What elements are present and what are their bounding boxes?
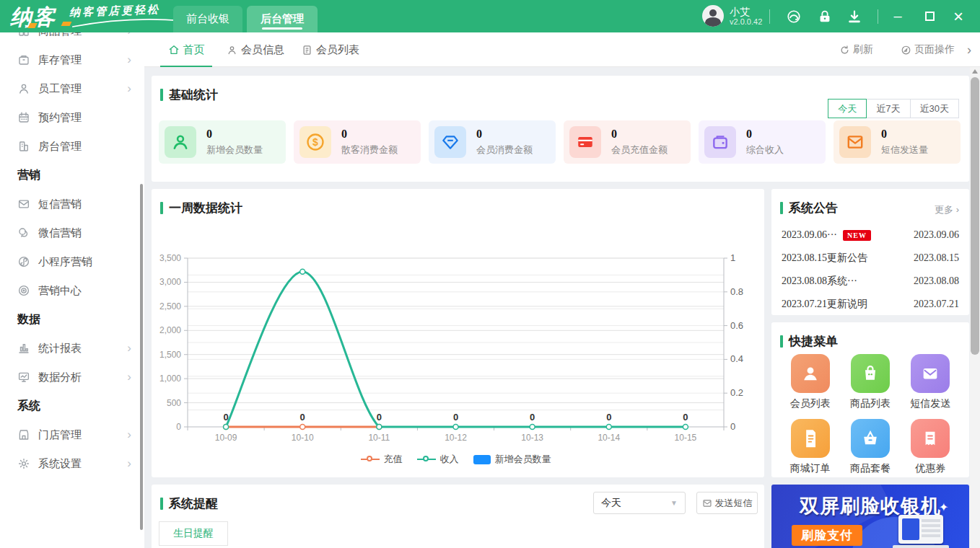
quick-mall-orders[interactable]: 商城订单 (780, 419, 840, 475)
download-icon[interactable] (846, 9, 862, 25)
calendar-icon (17, 111, 30, 124)
sidebar-item-goods[interactable]: 商品管理 › (0, 32, 144, 45)
svg-text:10-15: 10-15 (675, 433, 697, 443)
sidebar-item-marketing-center[interactable]: 营销中心 (0, 276, 144, 305)
svg-text:0: 0 (223, 412, 228, 423)
stat-card-total-income: 0 综合收入 (699, 120, 826, 164)
stat-value: 0 (881, 128, 928, 141)
sidebar-item-wechat-marketing[interactable]: 微信营销 (0, 218, 144, 247)
stat-label: 会员消费金额 (476, 143, 533, 156)
scroll-up-arrow[interactable] (972, 69, 978, 74)
reminders-panel: 系统提醒 今天 ▼ 发送短信 生日提醒 (152, 485, 764, 548)
sidebar-section-marketing: 营销 (0, 161, 144, 190)
stat-value: 0 (746, 128, 784, 141)
announcements-panel: 系统公告 更多 › 2023.09.06··· NEW 2023.09.06 2… (771, 189, 969, 315)
new-badge: NEW (843, 230, 871, 241)
monitor-chart-icon (17, 371, 30, 384)
slogan-swoosh-icon (69, 17, 185, 30)
envelope-icon (17, 198, 30, 211)
sidebar-item-inventory[interactable]: 库存管理 › (0, 45, 144, 74)
stat-label: 会员充值金额 (611, 143, 668, 156)
refresh-button[interactable]: 刷新 (839, 32, 873, 67)
order-icon (791, 419, 830, 458)
goods-icon (17, 32, 30, 37)
sidebar-item-sms-marketing[interactable]: 短信营销 (0, 190, 144, 218)
quick-member-list[interactable]: 会员列表 (780, 354, 840, 410)
back-admin-button[interactable]: 后台管理 (247, 6, 318, 32)
more-link[interactable]: 更多 › (935, 203, 959, 216)
svg-text:0: 0 (453, 412, 458, 423)
chevron-right-icon: › (127, 428, 131, 442)
stat-cards: 0 新增会员数量 $ 0 散客消费金额 0 会员消费金 (159, 120, 961, 164)
sidebar-scrollbar[interactable] (140, 184, 143, 530)
inventory-icon (17, 53, 30, 66)
sidebar-item-booking[interactable]: 预约管理 (0, 103, 144, 132)
reminders-title: 系统提醒 (169, 495, 218, 512)
svg-text:10-10: 10-10 (292, 433, 314, 443)
stat-card-recharge: 0 会员充值金额 (564, 120, 691, 164)
announcement-row[interactable]: 2023.08.15更新公告 2023.08.15 (771, 247, 969, 270)
filter-today[interactable]: 今天 (828, 99, 867, 118)
announcement-row[interactable]: 2023.07.21更新说明 2023.07.21 (771, 293, 969, 316)
page-scrollbar[interactable] (970, 67, 980, 548)
window-minimize-button[interactable]: – (883, 0, 912, 32)
collapse-arrow[interactable]: › (967, 32, 971, 67)
tab-member-list[interactable]: 会员列表 (297, 32, 364, 67)
quick-menu-panel: 快捷菜单 会员列表 商品列表 短信发送 (771, 322, 969, 477)
app-version: v2.0.0.42 (730, 17, 762, 27)
sidebar-item-stores[interactable]: 门店管理 › (0, 420, 144, 449)
announcement-row[interactable]: 2023.09.06··· NEW 2023.09.06 (771, 224, 969, 247)
birthday-reminder-tab[interactable]: 生日提醒 (159, 521, 228, 546)
reminder-date-select[interactable]: 今天 ▼ (593, 492, 686, 514)
sidebar-item-staff[interactable]: 员工管理 › (0, 74, 144, 103)
tab-member-info[interactable]: 会员信息 (222, 32, 289, 67)
sidebar-item-miniprogram-marketing[interactable]: 小程序营销 (0, 247, 144, 276)
announcement-row[interactable]: 2023.08.08系统··· 2023.08.08 (771, 270, 969, 293)
weekly-chart-title: 一周数据统计 (169, 200, 242, 216)
svg-text:3,000: 3,000 (159, 277, 181, 287)
legend-label: 收入 (440, 453, 459, 466)
sidebar-item-rooms[interactable]: 房台管理 (0, 132, 144, 161)
send-sms-button[interactable]: 发送短信 (696, 492, 758, 514)
basic-stats-panel: 基础统计 今天 近7天 近30天 0 新增会员数量 $ (152, 76, 969, 182)
refresh-icon (839, 45, 850, 56)
tab-home[interactable]: 首页 (160, 32, 212, 67)
support-icon[interactable] (786, 9, 802, 25)
filter-30days[interactable]: 近30天 (910, 99, 959, 118)
sidebar-item-reports[interactable]: 统计报表 › (0, 334, 144, 363)
scrollbar-thumb[interactable] (971, 77, 979, 355)
section-accent-bar (160, 498, 163, 510)
legend-item[interactable]: 新增会员数量 (473, 453, 551, 466)
chevron-down-icon: ▼ (670, 499, 678, 507)
lock-icon[interactable] (817, 9, 833, 25)
quick-goods-package[interactable]: 商品套餐 (840, 419, 900, 475)
basic-stats-title: 基础统计 (169, 87, 218, 103)
user-account[interactable]: 小艾 v2.0.0.42 (702, 5, 762, 27)
stat-card-member-spend: 0 会员消费金额 (429, 120, 556, 164)
sidebar-item-analysis[interactable]: 数据分析 › (0, 363, 144, 392)
window-close-button[interactable]: × (944, 0, 973, 32)
svg-text:2,000: 2,000 (159, 325, 181, 335)
window-maximize-button[interactable] (915, 0, 944, 32)
rooms-icon (17, 140, 30, 153)
quick-coupons[interactable]: 优惠券 (901, 419, 961, 475)
envelope-icon (702, 498, 712, 508)
legend-item[interactable]: 充值 (361, 453, 403, 466)
chevron-right-icon: › (127, 81, 131, 96)
date-filter-group: 今天 近7天 近30天 (828, 99, 959, 118)
staff-icon (17, 82, 30, 95)
ad-banner[interactable]: 双屏刷脸收银机 刷脸支付 ✦ (771, 485, 969, 548)
front-pos-button[interactable]: 前台收银 (173, 6, 242, 32)
page-ops-icon (901, 45, 911, 56)
svg-text:0.6: 0.6 (730, 320, 743, 331)
stat-label: 散客消费金额 (341, 143, 398, 156)
legend-item[interactable]: 收入 (417, 453, 459, 466)
svg-text:$: $ (312, 136, 318, 148)
filter-7days[interactable]: 近7天 (866, 99, 910, 118)
svg-text:0.8: 0.8 (730, 286, 743, 297)
dollar-icon: $ (299, 126, 331, 158)
page-operations-button[interactable]: 页面操作 (901, 32, 955, 67)
quick-sms-send[interactable]: 短信发送 (901, 354, 961, 410)
sidebar-item-settings[interactable]: 系统设置 › (0, 449, 144, 478)
quick-goods-list[interactable]: 商品列表 (840, 354, 900, 410)
